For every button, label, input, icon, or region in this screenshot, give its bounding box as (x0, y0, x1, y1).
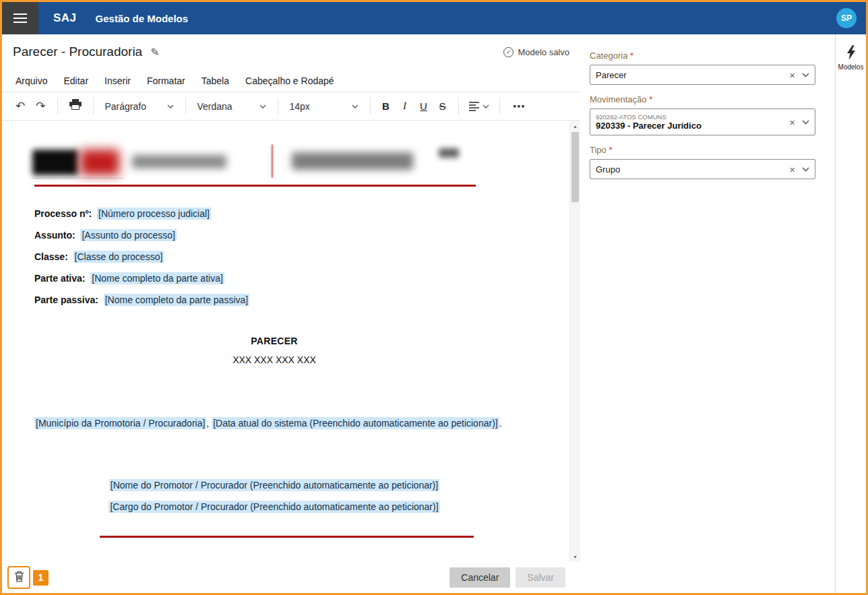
menu-arquivo[interactable]: Arquivo (16, 75, 47, 86)
menu-formatar[interactable]: Formatar (147, 75, 185, 86)
saved-status-label: Modelo salvo (518, 47, 569, 57)
merge-field: [Nome do Promotor / Procurador (Preenchi… (109, 479, 439, 491)
align-left-icon (469, 102, 479, 111)
rail-label: Modelos (838, 63, 864, 71)
tipo-select[interactable]: Grupo × (590, 159, 815, 179)
underline-button[interactable]: U (414, 100, 433, 112)
merge-field: [Data atual do sistema (Preenchido autom… (212, 417, 499, 429)
delete-callout-box (7, 566, 30, 589)
document-heading: PARECER (34, 336, 514, 346)
user-avatar[interactable]: SP (836, 8, 857, 28)
chevron-down-icon[interactable] (802, 167, 809, 172)
italic-button[interactable]: I (396, 100, 414, 112)
categoria-label: Categoria * (590, 51, 835, 61)
footer-red-rule (100, 536, 474, 538)
clear-icon[interactable]: × (789, 70, 795, 80)
chevron-down-icon[interactable] (802, 73, 809, 77)
menu-cabecalho-rodape[interactable]: Cabeçalho e Rodapé (245, 75, 334, 86)
blurred-text (132, 155, 226, 168)
more-tools-button[interactable]: ⋯ (506, 99, 532, 114)
chevron-down-icon[interactable] (802, 120, 809, 125)
font-size-select[interactable]: 14px (284, 101, 364, 112)
brand-logo: SAJ (53, 11, 77, 25)
merge-field: [Cargo do Promotor / Procurador (Preench… (108, 501, 439, 513)
merge-field: [Assunto do processo] (80, 229, 177, 241)
scroll-up-arrow[interactable]: ▲ (570, 121, 580, 131)
field-assunto: Assunto: [Assunto do processo] (34, 228, 514, 243)
field-parte-ativa: Parte ativa: [Nome completo da parte ati… (34, 272, 514, 286)
bold-button[interactable]: B (377, 100, 396, 112)
trash-icon[interactable] (14, 571, 24, 585)
strikethrough-button[interactable]: S (433, 100, 452, 112)
document-editor: Processo nº: [Número processo judicial] … (2, 121, 580, 562)
merge-field: [Classe do processo] (73, 251, 164, 263)
document-number-line: XXX XXX XXX XXX (34, 354, 514, 365)
field-parte-passiva: Parte passiva: [Nome completo da parte p… (34, 293, 514, 307)
app-title: Gestão de Modelos (96, 13, 189, 24)
edit-title-icon[interactable]: ✎ (150, 46, 159, 59)
callout-badge: 1 (33, 570, 49, 586)
required-asterisk: * (609, 145, 612, 155)
redo-icon[interactable]: ↷ (30, 98, 51, 115)
merge-field: [Nome completo da parte passiva] (104, 294, 249, 306)
editor-toolbar: ↶ ↷ Parágrafo Verdana 14px (2, 92, 580, 121)
metadata-sidebar: Categoria * Parecer × Movimentação * 920… (580, 34, 835, 593)
signature-role-line: [Cargo do Promotor / Procurador (Preench… (34, 500, 514, 514)
hamburger-menu-icon[interactable] (2, 2, 38, 34)
required-asterisk: * (630, 51, 633, 61)
document-fields: Processo nº: [Número processo judicial] … (34, 207, 514, 307)
font-family-select[interactable]: Verdana (192, 101, 272, 112)
menu-tabela[interactable]: Tabela (202, 75, 229, 86)
document-page[interactable]: Processo nº: [Número processo judicial] … (2, 121, 569, 562)
blurred-text (292, 152, 413, 170)
chevron-down-icon (483, 104, 489, 108)
blurred-logo-red (80, 150, 119, 175)
scrollbar-thumb[interactable] (571, 132, 579, 202)
tipo-label: Tipo * (590, 145, 835, 155)
merge-field: [Município da Promotoria / Procuradoria] (34, 417, 206, 429)
editor-scrollbar[interactable]: ▲ ▼ (569, 121, 580, 562)
header-divider (272, 144, 273, 178)
dotted-underline (32, 178, 123, 179)
menu-inserir[interactable]: Inserir (104, 75, 131, 86)
saved-status: ✓ Modelo salvo (503, 47, 569, 57)
scroll-down-arrow[interactable]: ▼ (570, 551, 580, 562)
movimentacao-label: Movimentação * (590, 94, 835, 104)
modelos-rail[interactable]: Modelos (835, 34, 866, 593)
blurred-logo (32, 150, 78, 175)
app-window: SAJ Gestão de Modelos SP Parecer - Procu… (0, 0, 868, 595)
check-icon: ✓ (503, 47, 514, 57)
editor-menubar: Arquivo Editar Inserir Formatar Tabela C… (2, 69, 580, 92)
categoria-select[interactable]: Parecer × (590, 65, 815, 85)
paragraph-style-select[interactable]: Parágrafo (100, 101, 179, 112)
document-paragraph: [Município da Promotoria / Procuradoria]… (34, 416, 514, 431)
editor-footer: 1 Cancelar Salvar (2, 562, 580, 593)
clear-icon[interactable]: × (789, 164, 795, 175)
save-button[interactable]: Salvar (516, 567, 565, 588)
merge-field: [Nome completo da parte ativa] (90, 272, 224, 284)
required-asterisk: * (649, 94, 652, 104)
undo-icon[interactable]: ↶ (10, 98, 30, 115)
top-bar: SAJ Gestão de Modelos SP (2, 2, 866, 34)
chevron-down-icon (352, 104, 359, 108)
cancel-button[interactable]: Cancelar (450, 567, 510, 588)
print-icon[interactable] (64, 98, 87, 115)
field-classe: Classe: [Classe do processo] (34, 250, 514, 264)
clear-icon[interactable]: × (789, 117, 795, 127)
page-title: Parecer - Procuradoria (13, 44, 142, 59)
editor-panel: Parecer - Procuradoria ✎ ✓ Modelo salvo … (2, 34, 580, 593)
menu-editar[interactable]: Editar (63, 75, 88, 86)
signature-name-line: [Nome do Promotor / Procurador (Preenchi… (34, 478, 514, 493)
chevron-down-icon (167, 104, 174, 108)
movimentacao-select[interactable]: 920282-ATOS COMUNS 920339 - Parecer Jurí… (590, 108, 815, 135)
chevron-down-icon (259, 104, 266, 108)
merge-field: [Número processo judicial] (97, 208, 211, 220)
field-processo: Processo nº: [Número processo judicial] (34, 207, 514, 221)
document-header-blurred (34, 137, 514, 183)
header-red-rule (34, 185, 476, 187)
blurred-text (439, 148, 459, 158)
lightning-icon (846, 45, 857, 60)
align-select[interactable] (465, 102, 493, 111)
